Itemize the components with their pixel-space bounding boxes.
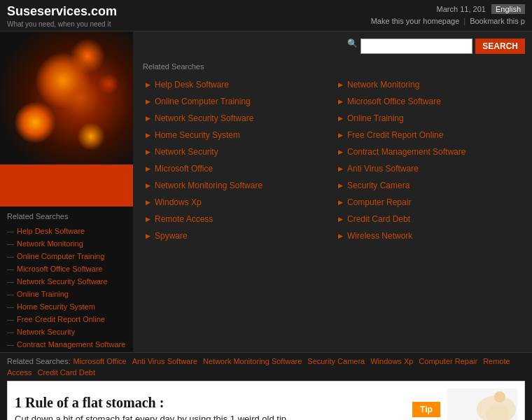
link-item[interactable]: Microsoft Office xyxy=(140,160,332,177)
left-sidebar: Related Searches Help Desk SoftwareNetwo… xyxy=(0,31,133,352)
main-layout: Related Searches Help Desk SoftwareNetwo… xyxy=(0,31,532,352)
bokeh1 xyxy=(70,38,105,74)
search-icon: 🔍 xyxy=(347,38,358,54)
top-bar: Suseservices.com What you need, when you… xyxy=(0,0,532,31)
search-button[interactable]: SEARCH xyxy=(475,38,525,54)
bottom-link-item[interactable]: Credit Card Debt xyxy=(37,368,95,377)
language-badge[interactable]: English xyxy=(491,4,525,14)
sidebar-image xyxy=(0,31,133,164)
link-item[interactable]: Microsoft Office Software xyxy=(332,93,525,110)
bottom-link-item[interactable]: Microsoft Office xyxy=(74,357,127,365)
bottom-link-item[interactable]: Computer Repair xyxy=(419,357,477,365)
sidebar-link-item[interactable]: Network Security xyxy=(7,326,126,338)
link-item[interactable]: Spyware xyxy=(140,227,332,244)
link-item[interactable]: Online Computer Training xyxy=(140,93,332,110)
ad-banner[interactable]: 1 Rule of a flat stomach : Cut down a bi… xyxy=(7,381,525,420)
bottom-link-item[interactable]: Network Monitoring Software xyxy=(203,357,302,365)
link-item[interactable]: Online Training xyxy=(332,110,525,127)
link-item[interactable]: Contract Management Software xyxy=(332,144,525,160)
sidebar-link-item[interactable]: Contract Management Software xyxy=(7,338,126,351)
link-item[interactable]: Network Security Software xyxy=(140,110,332,127)
link-item[interactable]: Credit Card Debt xyxy=(332,211,525,227)
top-right: March 11, 201 English Make this your hom… xyxy=(371,4,525,25)
link-item[interactable]: Windows Xp xyxy=(140,194,332,211)
sidebar-link-item[interactable]: Online Computer Training xyxy=(7,250,126,262)
pipe-divider: | xyxy=(463,17,465,25)
sidebar-link-item[interactable]: Online Training xyxy=(7,288,126,300)
link-item[interactable]: Network Security xyxy=(140,144,332,160)
bokeh2 xyxy=(77,122,105,150)
top-right-links: Make this your homepage | Bookmark this … xyxy=(371,17,525,25)
search-input[interactable] xyxy=(360,38,472,54)
sidebar-link-item[interactable]: Home Security System xyxy=(7,300,126,313)
sidebar-link-item[interactable]: Network Monitoring xyxy=(7,237,126,250)
ad-tip: Tip xyxy=(412,402,440,417)
link-item[interactable]: Help Desk Software xyxy=(140,76,332,93)
ad-body: Cut down a bit of stomach fat every day … xyxy=(15,414,405,420)
ad-image xyxy=(447,388,517,420)
site-branding: Suseservices.com What you need, when you… xyxy=(7,4,117,28)
sidebar-link-item[interactable]: Help Desk Software xyxy=(7,225,126,237)
site-title: Suseservices.com xyxy=(7,4,117,19)
bottom-link-item[interactable]: Anti Virus Software xyxy=(132,357,197,365)
link-item[interactable]: Wireless Network xyxy=(332,227,525,244)
sidebar-link-item[interactable]: Free Credit Report Online xyxy=(7,313,126,326)
top-right-top: March 11, 201 English xyxy=(437,4,525,14)
link-item[interactable]: Security Camera xyxy=(332,177,525,194)
ad-text: 1 Rule of a flat stomach : Cut down a bi… xyxy=(15,395,405,420)
link-item[interactable]: Network Monitoring xyxy=(332,76,525,93)
ad-figure-svg xyxy=(447,388,517,420)
orange-block xyxy=(0,164,133,206)
link-item[interactable]: Network Monitoring Software xyxy=(140,177,332,194)
links-grid: Help Desk SoftwareNetwork MonitoringOnli… xyxy=(140,76,525,244)
sidebar-links: Help Desk SoftwareNetwork MonitoringOnli… xyxy=(0,223,133,352)
bookmark-link[interactable]: Bookmark this p xyxy=(470,17,525,25)
search-bar: 🔍 SEARCH xyxy=(140,38,525,54)
sidebar-related-label: Related Searches xyxy=(0,206,133,223)
bottom-link-item[interactable]: Remote xyxy=(483,357,510,365)
bottom-bar-label: Related Searches: xyxy=(7,357,71,365)
bottom-bar: Related Searches: Microsoft OfficeAnti V… xyxy=(0,352,532,381)
sidebar-link-item[interactable]: Network Security Software xyxy=(7,275,126,288)
sidebar-link-item[interactable]: Microsoft Office Software xyxy=(7,262,126,275)
date-label: March 11, 201 xyxy=(437,5,486,13)
ad-figure xyxy=(447,388,517,420)
main-content: 🔍 SEARCH Related Searches Help Desk Soft… xyxy=(133,31,532,352)
svg-point-1 xyxy=(494,391,505,402)
link-item[interactable]: Remote Access xyxy=(140,211,332,227)
site-tagline: What you need, when you need it xyxy=(7,20,117,28)
link-item[interactable]: Free Credit Report Online xyxy=(332,127,525,144)
link-item[interactable]: Home Security System xyxy=(140,127,332,144)
link-item[interactable]: Computer Repair xyxy=(332,194,525,211)
bottom-link-item[interactable]: Security Camera xyxy=(307,357,365,365)
homepage-link[interactable]: Make this your homepage xyxy=(371,17,460,25)
link-item[interactable]: Anti Virus Software xyxy=(332,160,525,177)
bottom-link-item[interactable]: Windows Xp xyxy=(370,357,413,365)
ad-title: 1 Rule of a flat stomach : xyxy=(15,395,405,411)
bokeh3 xyxy=(98,74,119,94)
bottom-link-item[interactable]: Access xyxy=(7,368,31,377)
related-searches-label: Related Searches xyxy=(140,62,525,71)
